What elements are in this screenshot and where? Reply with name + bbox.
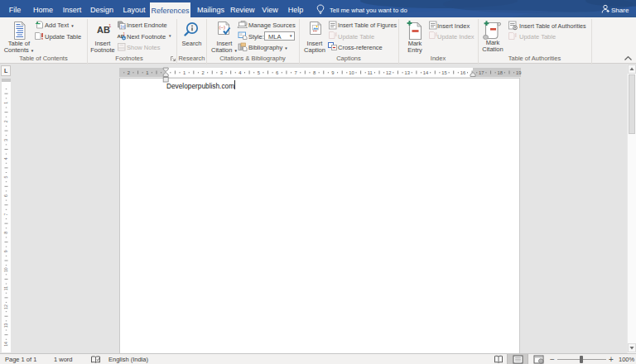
svg-text:8: 8 [3, 232, 8, 234]
svg-text:10: 10 [3, 267, 8, 272]
svg-text:7: 7 [295, 70, 297, 75]
svg-text:11: 11 [3, 286, 8, 290]
svg-text:7: 7 [3, 213, 8, 215]
svg-text:1: 1 [108, 23, 112, 28]
svg-text:14: 14 [423, 70, 429, 75]
svg-text:1: 1 [123, 32, 126, 36]
svg-text:2: 2 [201, 70, 204, 75]
svg-text:1: 1 [3, 102, 8, 104]
svg-text:15: 15 [441, 70, 446, 75]
svg-text:13: 13 [404, 70, 409, 75]
svg-text:6: 6 [3, 194, 8, 197]
svg-text:3: 3 [220, 70, 223, 75]
svg-text:2: 2 [3, 120, 8, 122]
svg-text:17: 17 [479, 70, 484, 75]
svg-text:18: 18 [498, 70, 503, 75]
svg-text:5: 5 [3, 176, 8, 179]
svg-text:12: 12 [3, 304, 8, 309]
svg-text:5: 5 [258, 70, 260, 75]
svg-text:9: 9 [331, 70, 334, 75]
svg-text:10: 10 [349, 70, 354, 75]
svg-text:6: 6 [276, 70, 278, 75]
svg-text:16: 16 [460, 70, 465, 75]
svg-text:1: 1 [183, 70, 186, 75]
svg-text:3: 3 [3, 139, 8, 141]
svg-text:(−): (−) [219, 25, 226, 30]
svg-text:9: 9 [3, 250, 8, 252]
svg-text:[n]: [n] [120, 24, 126, 29]
svg-text:2: 2 [128, 70, 130, 75]
svg-text:4: 4 [3, 157, 8, 160]
svg-text:1: 1 [146, 70, 148, 75]
svg-text:19: 19 [516, 70, 521, 75]
svg-text:11: 11 [368, 70, 373, 75]
svg-text:13: 13 [3, 323, 8, 328]
svg-text:12: 12 [386, 70, 391, 75]
svg-text:14: 14 [3, 342, 8, 347]
svg-text:8: 8 [313, 70, 316, 75]
